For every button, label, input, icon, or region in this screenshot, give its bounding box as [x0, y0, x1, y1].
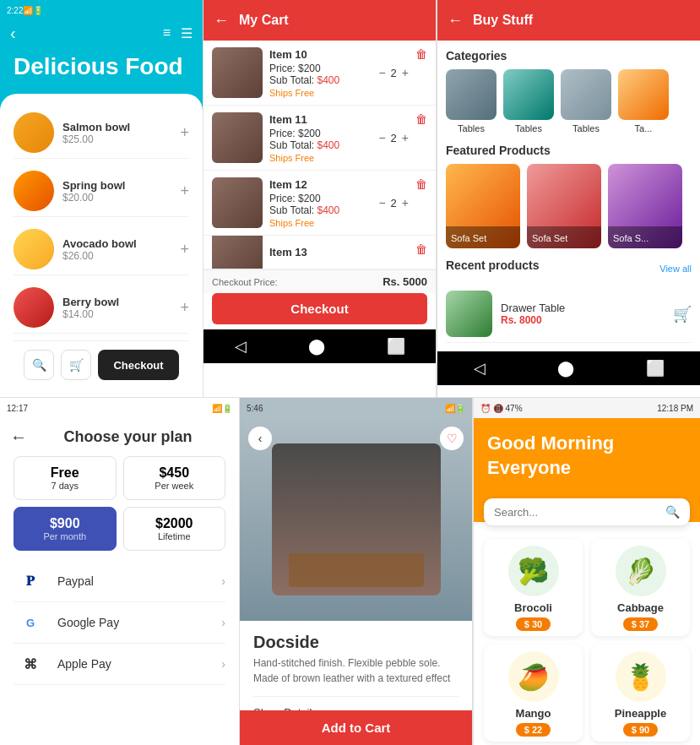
paypal-option[interactable]: 𝐏 Paypal ›	[14, 561, 225, 602]
nav-square-icon[interactable]: ⬜	[387, 337, 405, 356]
cart-items-list: Item 10 Price: $200 Sub Total: $400 Ship…	[203, 41, 436, 269]
nav-square-icon[interactable]: ⬜	[646, 359, 665, 378]
plan-price: $450	[159, 465, 189, 481]
search-icon-s6[interactable]: 🔍	[665, 505, 680, 519]
list-item[interactable]: Tables	[446, 69, 497, 133]
screen-delicious-food: 2:22 📶🔋 ‹ ≡ ☰ Delicious Food Salmon bowl…	[0, 0, 203, 397]
featured-title: Featured Products	[446, 144, 692, 157]
categories-title: Categories	[446, 49, 692, 63]
list-item[interactable]: Sofa Set	[446, 164, 520, 248]
list-item[interactable]: 🥭 Mango $ 22	[484, 644, 583, 742]
back-button-s2[interactable]: ←	[214, 12, 229, 30]
header-s3: ← Buy Stuff	[437, 0, 700, 41]
nav-back-icon[interactable]: ◁	[474, 359, 486, 378]
list-item: Berry bowl $14.00 +	[14, 282, 189, 334]
list-item[interactable]: Ta...	[618, 69, 669, 133]
price-badge: $ 22	[516, 723, 551, 737]
list-item[interactable]: Tables	[503, 69, 554, 133]
category-image	[446, 69, 497, 120]
cart-item-subtotal: Sub Total: $400	[269, 139, 372, 151]
add-food-button[interactable]: +	[180, 182, 189, 200]
header-s1: ‹ ≡ ☰	[0, 20, 203, 46]
list-item[interactable]: 🥦 Brocoli $ 30	[484, 539, 583, 636]
food-image	[14, 171, 54, 211]
add-food-button[interactable]: +	[180, 299, 189, 317]
back-button-s1[interactable]: ‹	[10, 24, 16, 43]
list-item[interactable]: 🥬 Cabbage $ 37	[591, 539, 690, 636]
decrease-qty-button[interactable]: −	[378, 131, 385, 144]
status-bar-s5: 5:46 📶🔋	[240, 398, 472, 418]
applepay-label: Apple Pay	[57, 657, 211, 671]
status-icons-s5: 📶🔋	[445, 404, 465, 413]
status-time-s1: 2:22	[7, 6, 23, 15]
food-image	[14, 229, 54, 269]
quantity-value: 2	[391, 67, 397, 79]
food-info: Spring bowl $20.00	[62, 179, 171, 204]
back-button-s3[interactable]: ←	[448, 12, 463, 30]
product-name: Mango	[516, 707, 551, 720]
delete-item-button[interactable]: 🗑	[415, 112, 427, 126]
plan-450[interactable]: $450 Per week	[123, 456, 226, 500]
decrease-qty-button[interactable]: −	[378, 66, 385, 79]
increase-qty-button[interactable]: +	[402, 66, 409, 79]
add-to-cart-button[interactable]: Add to Cart	[240, 710, 472, 745]
plan-free[interactable]: Free 7 days	[14, 456, 117, 500]
back-button-s4[interactable]: ←	[10, 427, 27, 447]
list-item: Salmon bowl $25.00 +	[14, 107, 189, 159]
checkout-button-s1[interactable]: Checkout	[98, 350, 179, 380]
add-food-button[interactable]: +	[180, 241, 189, 258]
increase-qty-button[interactable]: +	[402, 131, 409, 144]
filter-icon-s1[interactable]: ≡	[163, 25, 171, 41]
wishlist-button[interactable]: ♡	[440, 427, 464, 450]
search-button-s1[interactable]: 🔍	[24, 350, 54, 380]
status-time-s4: 12:17	[7, 404, 28, 413]
nav-back-icon[interactable]: ◁	[235, 337, 247, 356]
increase-qty-button[interactable]: +	[402, 196, 409, 209]
cart-item-details: Item 10 Price: $200 Sub Total: $400 Ship…	[269, 48, 372, 98]
decrease-qty-button[interactable]: −	[378, 196, 385, 209]
plan-900[interactable]: $900 Per month	[14, 507, 117, 551]
add-food-button[interactable]: +	[180, 124, 189, 142]
nav-home-icon[interactable]: ⬤	[557, 359, 574, 378]
menu-icon-s1[interactable]: ☰	[181, 25, 193, 41]
food-info: Avocado bowl $26.00	[62, 237, 171, 262]
list-item[interactable]: Sofa Set	[527, 164, 601, 248]
delete-item-button[interactable]: 🗑	[415, 177, 427, 191]
cart-item-subtotal: Sub Total: $400	[269, 74, 372, 86]
category-image	[503, 69, 554, 120]
applepay-option[interactable]: ⌘ Apple Pay ›	[14, 644, 225, 685]
recent-item-name: Drawer Table	[501, 302, 665, 314]
nav-home-icon[interactable]: ⬤	[308, 337, 325, 356]
cart-item-details: Item 11 Price: $200 Sub Total: $400 Ship…	[269, 113, 372, 163]
add-to-cart-icon[interactable]: 🛒	[673, 305, 692, 324]
quantity-value: 2	[391, 197, 397, 209]
view-all-link[interactable]: View all	[659, 264, 692, 274]
cart-item-image	[212, 236, 263, 269]
food-image	[14, 287, 54, 328]
price-badge: $ 90	[623, 723, 658, 737]
cart-item-price: Price: $200	[269, 63, 372, 74]
plan-2000[interactable]: $2000 Lifetime	[123, 507, 226, 551]
delete-item-button[interactable]: 🗑	[415, 47, 427, 61]
quantity-controls: − 2 +	[378, 66, 409, 79]
delete-item-button[interactable]: 🗑	[415, 242, 427, 256]
back-button-s5[interactable]: ‹	[248, 427, 272, 450]
list-item[interactable]: Tables	[561, 69, 611, 133]
cart-button-s1[interactable]: 🛒	[61, 350, 91, 380]
food-price: $26.00	[62, 250, 171, 262]
recent-item-image	[446, 291, 492, 337]
checkout-button-s2[interactable]: Checkout	[212, 293, 427, 324]
food-info: Berry bowl $14.00	[62, 296, 171, 320]
products-grid-s6: 🥦 Brocoli $ 30 🥬 Cabbage $ 37 🥭 Mango $ …	[474, 525, 700, 742]
cart-item-image	[212, 47, 263, 98]
list-item[interactable]: 🍍 Pineapple $ 90	[591, 644, 690, 742]
list-item[interactable]: Sofa S...	[608, 164, 682, 248]
googlepay-option[interactable]: G Google Pay ›	[14, 602, 225, 644]
food-name: Berry bowl	[62, 296, 171, 308]
plan-period: Lifetime	[158, 531, 191, 541]
product-emoji-pineapple: 🍍	[616, 651, 666, 702]
recent-item-price: Rs. 8000	[501, 314, 665, 326]
list-item: Avocado bowl $26.00 +	[14, 224, 189, 275]
search-input-s6[interactable]	[494, 506, 659, 519]
cart-item-name: Item 10	[269, 48, 372, 61]
